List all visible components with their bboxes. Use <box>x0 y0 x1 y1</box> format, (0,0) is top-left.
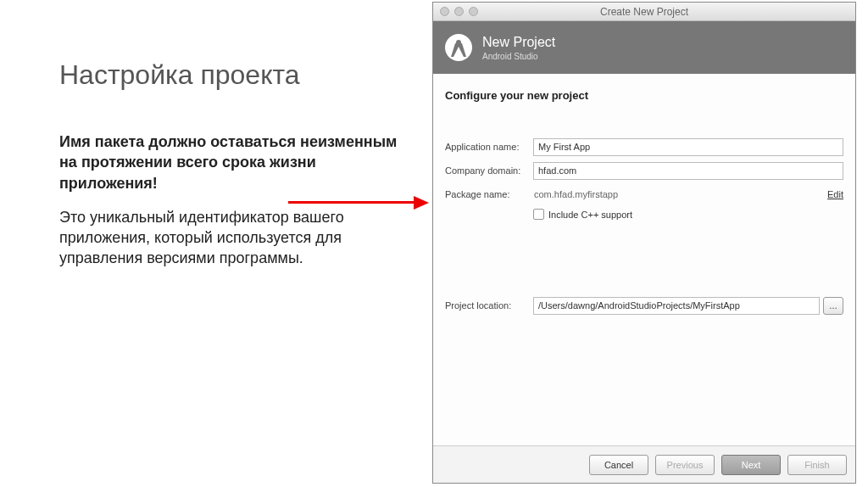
next-button[interactable]: Next <box>721 455 781 475</box>
traffic-lights <box>440 7 478 16</box>
company-domain-row: Company domain: <box>445 161 843 180</box>
close-window-button[interactable] <box>440 7 449 16</box>
arrow-head-icon <box>414 196 429 210</box>
window-title: Create New Project <box>433 6 855 18</box>
company-domain-input[interactable] <box>533 162 843 180</box>
application-name-label: Application name: <box>445 142 533 152</box>
dialog-header: New Project Android Studio <box>433 21 855 74</box>
package-name-row: Package name: com.hfad.myfirstapp Edit <box>445 185 843 204</box>
project-location-label: Project location: <box>445 300 533 311</box>
application-name-row: Application name: <box>445 137 843 156</box>
edit-package-link[interactable]: Edit <box>827 189 843 199</box>
zoom-window-button[interactable] <box>469 7 478 16</box>
header-subtitle: Android Studio <box>482 52 555 61</box>
cpp-support-checkbox[interactable] <box>533 209 544 220</box>
create-project-dialog: Create New Project New Project Android S… <box>432 2 856 484</box>
description-paragraph: Это уникальный идентификатор вашего прил… <box>59 207 398 269</box>
application-name-input[interactable] <box>533 138 843 156</box>
cpp-support-label: Include C++ support <box>548 210 632 220</box>
svg-point-0 <box>445 34 472 61</box>
cancel-button[interactable]: Cancel <box>589 455 648 475</box>
android-studio-logo-icon <box>443 32 474 63</box>
dialog-body: Configure your new project Application n… <box>433 74 855 445</box>
dialog-button-bar: Cancel Previous Next Finish <box>433 445 855 483</box>
package-name-label: Package name: <box>445 189 533 199</box>
spacer <box>445 220 843 296</box>
bold-paragraph: Имя пакета должно оставаться неизменным … <box>59 132 398 193</box>
header-title: New Project <box>482 35 555 50</box>
slide-title: Настройка проекта <box>59 59 398 91</box>
project-location-row: Project location: … <box>445 296 843 315</box>
project-location-input[interactable] <box>533 297 820 315</box>
previous-button[interactable]: Previous <box>655 455 715 475</box>
browse-location-button[interactable]: … <box>823 297 843 315</box>
company-domain-label: Company domain: <box>445 165 533 176</box>
minimize-window-button[interactable] <box>454 7 464 16</box>
finish-button[interactable]: Finish <box>787 455 847 475</box>
cpp-support-row: Include C++ support <box>533 209 843 220</box>
arrow-line <box>288 201 415 204</box>
callout-arrow <box>288 197 432 209</box>
package-name-value: com.hfad.myfirstapp <box>533 189 822 199</box>
header-text: New Project Android Studio <box>482 35 555 61</box>
text-column: Настройка проекта Имя пакета должно оста… <box>59 59 398 269</box>
window-titlebar: Create New Project <box>433 3 855 21</box>
slide-root: Настройка проекта Имя пакета должно оста… <box>0 0 868 487</box>
configure-heading: Configure your new project <box>445 89 843 102</box>
